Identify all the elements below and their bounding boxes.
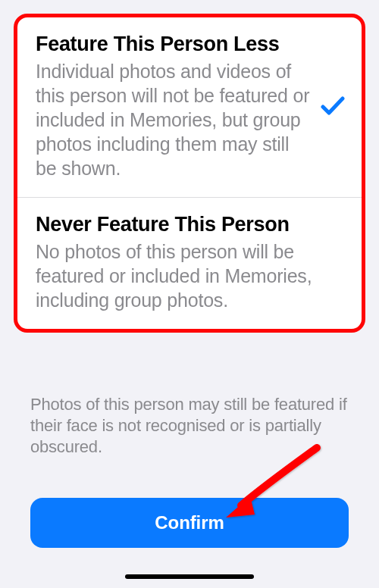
confirm-button-label: Confirm [155,512,224,533]
option-feature-less[interactable]: Feature This Person Less Individual phot… [17,17,362,197]
option-description: No photos of this person will be feature… [36,239,343,312]
disclaimer-text: Photos of this person may still be featu… [30,394,349,458]
option-title: Feature This Person Less [36,33,343,56]
option-never-feature[interactable]: Never Feature This Person No photos of t… [17,197,362,329]
confirm-button[interactable]: Confirm [30,498,349,548]
option-title: Never Feature This Person [36,213,343,236]
feature-options-card: Feature This Person Less Individual phot… [14,14,365,333]
option-description: Individual photos and videos of this per… [36,59,343,180]
checkmark-icon [321,95,345,120]
home-indicator[interactable] [125,574,254,579]
